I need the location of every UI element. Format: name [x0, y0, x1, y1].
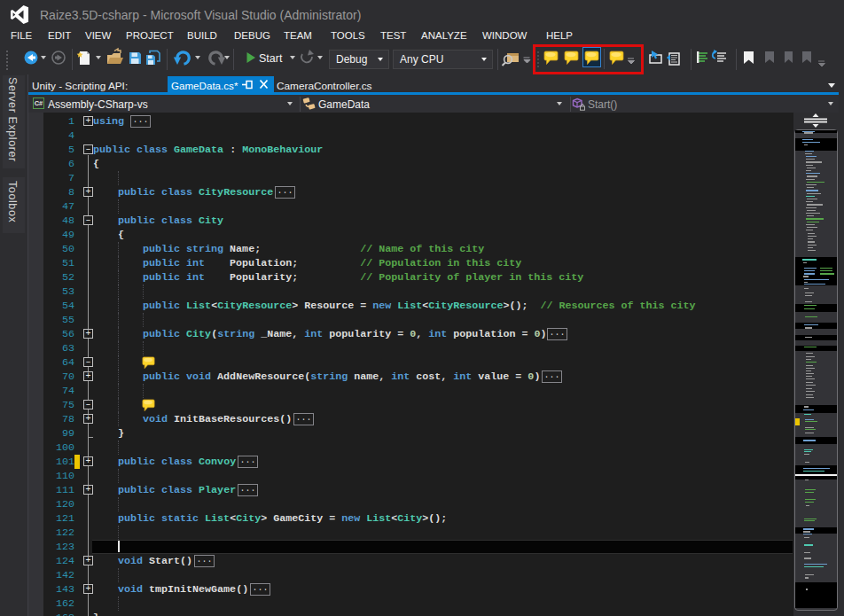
- svg-text:Start: Start: [259, 52, 283, 65]
